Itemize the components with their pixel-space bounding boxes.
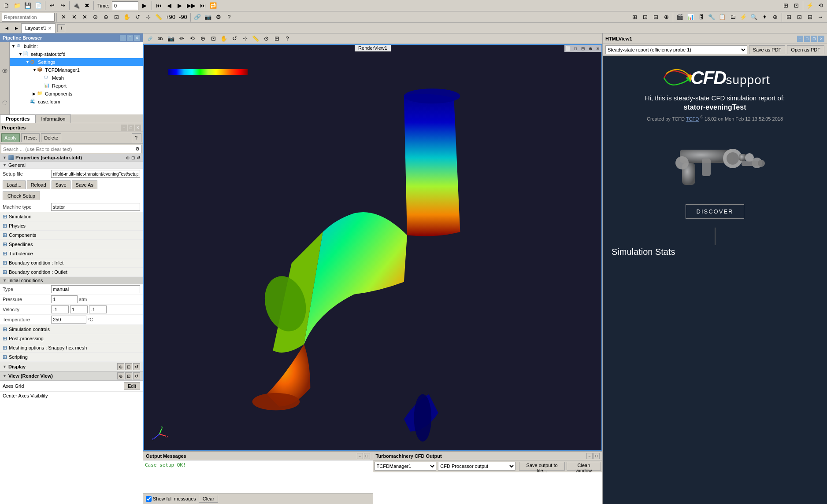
rt-cam-link[interactable]: 🔗 (145, 34, 155, 44)
tb-r10[interactable]: 🗂 (728, 12, 738, 22)
output-btn-max[interactable]: □ (364, 453, 370, 459)
layout-tab-1[interactable]: Layout #1 ✕ (21, 23, 56, 33)
tb-r2[interactable]: ⊡ (640, 12, 650, 22)
rt-help[interactable]: ? (282, 34, 292, 44)
camera-orth-btn[interactable]: ⊞ (781, 1, 790, 11)
turbo-processor-select[interactable]: CFD Processor output (438, 462, 515, 471)
velocity-z-input[interactable] (89, 305, 107, 313)
new-btn[interactable]: 🗋 (2, 1, 11, 11)
pipeline-header-btn-1[interactable]: − (120, 35, 126, 41)
props-paste-btn[interactable]: ⊡ (131, 155, 135, 160)
open-as-pdf-btn[interactable]: Open as PDF (787, 45, 824, 54)
tb-r9[interactable]: 📋 (717, 12, 727, 22)
subsection-general[interactable]: ▼ General (0, 162, 143, 169)
tree-item-report[interactable]: ▶ 📊 Report (10, 82, 143, 90)
turbo-btn-min[interactable]: − (586, 453, 593, 459)
undo-btn[interactable]: ↩ (47, 1, 57, 11)
tb-zoom-box[interactable]: ⊡ (111, 12, 121, 22)
tb-cam-link[interactable]: 🔗 (193, 12, 202, 22)
rt-orient[interactable]: ⊞ (272, 34, 282, 44)
tb-zoom-fit[interactable]: ⊕ (101, 12, 111, 22)
tb-r1[interactable]: ⊞ (630, 12, 639, 22)
tb-r7[interactable]: 🎛 (696, 12, 706, 22)
cat-sim-controls[interactable]: ⊞ Simulation controls (0, 325, 143, 334)
cat-bc-inlet[interactable]: ⊞ Boundary condition : Inlet (0, 258, 143, 268)
tb-rotate[interactable]: ↺ (133, 12, 142, 22)
rt-zoom-box[interactable]: ⊡ (208, 34, 218, 44)
step-btn[interactable]: ▶ (139, 1, 150, 11)
tb-help[interactable]: ? (224, 12, 234, 22)
tree-item-mesh[interactable]: ▶ ⬡ Mesh (10, 74, 143, 82)
tb-r12[interactable]: 🔍 (749, 12, 759, 22)
tb-plus90[interactable]: +90 (164, 12, 177, 22)
cat-turbulence[interactable]: ⊞ Turbulence (0, 249, 143, 258)
tcfd-link[interactable]: TCFD (686, 116, 699, 121)
play-last-btn[interactable]: ⏭ (198, 1, 208, 11)
report-select[interactable]: Steady-state report (efficiency probe 1) (605, 45, 747, 54)
reset-btn[interactable]: Reset (21, 133, 40, 142)
tree-arrow-components[interactable]: ▶ (33, 92, 37, 96)
tree-item-settings[interactable]: ▼ ⚙ Settings (10, 58, 143, 66)
play-prev-btn[interactable]: ◀ (164, 1, 174, 11)
tb-r15[interactable]: ⊞ (784, 12, 794, 22)
pressure-input[interactable] (51, 295, 78, 303)
rt-rotate[interactable]: ↺ (230, 34, 239, 44)
tb-r16[interactable]: ⊡ (794, 12, 804, 22)
velocity-y-input[interactable] (70, 305, 88, 313)
save-file-btn[interactable]: 💾 (23, 1, 33, 11)
play-first-btn[interactable]: ⏮ (154, 1, 163, 11)
tree-item-casefoam[interactable]: ▶ 🌊 case.foam (10, 98, 143, 106)
turbo-clean-btn[interactable]: Clean window (567, 462, 601, 471)
tree-item-components[interactable]: ▶ 📁 Components (10, 90, 143, 98)
time-input[interactable] (112, 1, 138, 10)
output-clear-btn[interactable]: Clear (199, 495, 218, 503)
machine-type-input[interactable] (51, 203, 140, 211)
html-view-btn-1[interactable]: − (797, 36, 803, 42)
tb-settings2[interactable]: ⚙ (214, 12, 223, 22)
cat-scripting[interactable]: ⊞ Scripting (0, 353, 143, 362)
display-btn-3[interactable]: ↺ (133, 363, 140, 370)
output-btn-min[interactable]: − (357, 453, 363, 459)
cat-bc-outlet[interactable]: ⊞ Boundary condition : Outlet (0, 268, 143, 277)
cat-components[interactable]: ⊞ Components (0, 231, 143, 240)
rt-annotate[interactable]: ✏ (177, 34, 186, 44)
tree-item-builtin[interactable]: ▼ 🖥 builtin: (10, 42, 143, 50)
html-view-btn-3[interactable]: ⊡ (811, 36, 817, 42)
turbo-save-btn[interactable]: Save output to file... (519, 462, 564, 471)
rt-pick[interactable]: ⊹ (240, 34, 250, 44)
rt-3d[interactable]: 3D (156, 34, 165, 44)
props-search-input[interactable] (3, 147, 135, 152)
props-tab-information[interactable]: Information (35, 114, 71, 123)
apply-btn[interactable]: Apply (1, 133, 20, 142)
tree-arrow-setup[interactable]: ▼ (19, 52, 23, 56)
props-panel-btn-close[interactable]: ✕ (135, 125, 141, 131)
load-btn[interactable]: Load... (3, 180, 26, 189)
tb-r4[interactable]: ⊕ (661, 12, 671, 22)
rt-measure[interactable]: 📏 (251, 34, 260, 44)
tb-screenshot[interactable]: 📷 (203, 12, 213, 22)
show-full-messages-input[interactable] (146, 496, 152, 502)
save-state-btn[interactable]: 📄 (33, 1, 43, 11)
type-input[interactable] (51, 285, 140, 293)
turbo-btn-max[interactable]: □ (593, 453, 600, 459)
pipeline-header-btn-2[interactable]: □ (127, 35, 133, 41)
help-btn[interactable]: ? (132, 133, 141, 142)
view-btn-3[interactable]: ↺ (133, 372, 140, 379)
rt-screenshot[interactable]: 📷 (166, 34, 176, 44)
delete-btn[interactable]: Delete (41, 133, 61, 142)
tb-x[interactable]: ✕ (59, 12, 68, 22)
tb-r6[interactable]: 📊 (686, 12, 695, 22)
camera-persp-btn[interactable]: ⊡ (791, 1, 801, 11)
props-panel-btn-max[interactable]: □ (128, 125, 134, 131)
view-btn-1[interactable]: ⊕ (117, 372, 124, 379)
save-props-btn[interactable]: Save (52, 180, 70, 189)
html-view-btn-4[interactable]: ✕ (818, 36, 824, 42)
render-view[interactable]: RenderView1 ⬜ □ ⊟ ⊕ ✕ (143, 44, 602, 451)
layout-tab-1-close[interactable]: ✕ (48, 26, 52, 31)
tb-pick[interactable]: ⊹ (143, 12, 153, 22)
play-next-btn[interactable]: ▶▶ (185, 1, 197, 11)
tree-arrow-tcfd[interactable]: ▼ (33, 68, 37, 72)
tb-minus90[interactable]: -90 (178, 12, 189, 22)
tb-r14[interactable]: ⊕ (770, 12, 780, 22)
tb-r13[interactable]: ✦ (760, 12, 769, 22)
